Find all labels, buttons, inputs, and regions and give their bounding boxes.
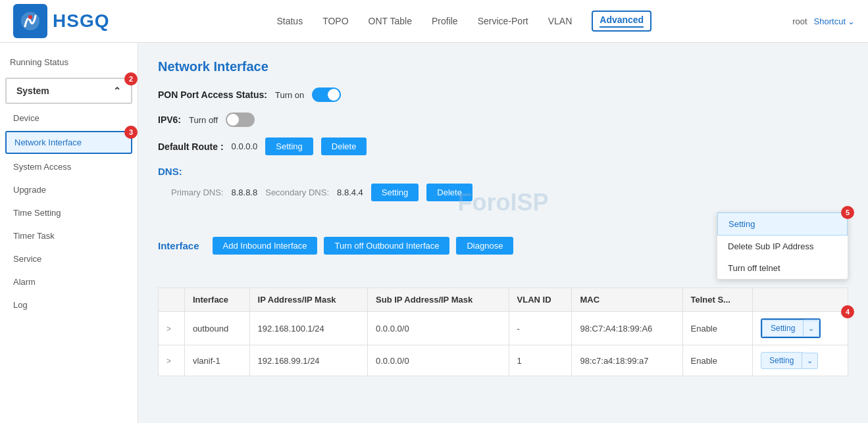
sidebar-item-alarm[interactable]: Alarm (0, 270, 138, 293)
logo-text: HSGQ (53, 11, 109, 32)
header: HSGQ Status TOPO ONT Table Profile Servi… (0, 0, 868, 43)
sidebar-item-upgrade[interactable]: Upgrade (0, 178, 138, 201)
cell-ip-1: 192.168.99.1/24 (249, 345, 367, 376)
interface-title: Interface (158, 240, 199, 251)
page-title: Network Interface (158, 59, 848, 74)
setting-row-badge: 4 (841, 305, 854, 318)
pon-port-value: Turn on (275, 90, 304, 100)
layout: Running Status System ⌃ 2 Device Network… (0, 43, 868, 423)
nav-ont-table[interactable]: ONT Table (369, 12, 412, 30)
cell-telnet-1: Enable (682, 345, 752, 376)
setting-dropdown-0: Setting ⌄ (761, 318, 821, 338)
interface-table: Interface IP Address/IP Mask Sub IP Addr… (158, 287, 848, 376)
sidebar-group-system-label: System (16, 86, 49, 96)
table-row: > outbound 192.168.100.1/24 0.0.0.0/0 - … (159, 312, 848, 345)
chevron-down-icon: ⌄ (848, 16, 855, 26)
primary-dns-label: Primary DNS: (171, 187, 223, 197)
logo-area: HSGQ (13, 4, 109, 38)
cell-telnet-0: Enable (682, 312, 752, 345)
dns-delete-button[interactable]: Delete (426, 184, 472, 201)
sidebar-item-network-interface[interactable]: Network Interface 3 (5, 131, 132, 154)
dns-label: DNS: (158, 166, 848, 177)
cell-ip-0: 192.168.100.1/24 (249, 312, 367, 345)
dropdown-item-setting[interactable]: Setting 5 (717, 212, 848, 236)
cell-vlan-1: 1 (509, 345, 572, 376)
header-shortcut[interactable]: Shortcut ⌄ (814, 16, 855, 26)
col-sub-ip-mask: Sub IP Address/IP Mask (368, 288, 509, 312)
diagnose-button[interactable]: Diagnose (456, 237, 513, 255)
setting-dropdown-1: Setting ⌄ (761, 352, 818, 369)
dropdown-item-delete-sub-ip[interactable]: Delete Sub IP Address (717, 236, 848, 257)
sidebar-item-time-setting[interactable]: Time Setting (0, 201, 138, 224)
col-expand (159, 288, 185, 312)
nav-service-port[interactable]: Service-Port (478, 12, 528, 30)
dropdown-badge: 5 (841, 206, 854, 219)
default-route-label: Default Route : (158, 141, 224, 152)
cell-action-0: Setting ⌄ 4 (752, 312, 848, 345)
pon-toggle[interactable] (312, 87, 341, 102)
sidebar-item-log[interactable]: Log (0, 293, 138, 316)
main-content: ForoISP Network Interface PON Port Acces… (138, 43, 868, 423)
secondary-dns-label: Secondary DNS: (265, 187, 329, 197)
secondary-dns-value: 8.8.4.4 (337, 187, 363, 197)
turn-off-outbound-button[interactable]: Turn off Outbound Interface (324, 237, 449, 255)
default-route-delete-button[interactable]: Delete (321, 137, 367, 155)
primary-dns-value: 8.8.8.8 (231, 187, 257, 197)
cell-interface-1: vlanif-1 (184, 345, 249, 376)
nav-advanced[interactable]: Advanced (592, 11, 651, 32)
default-route-value: 0.0.0.0 (232, 141, 258, 151)
setting-arrow-0[interactable]: ⌄ (804, 320, 819, 337)
dns-setting-button[interactable]: Setting (371, 184, 419, 201)
cell-sub-ip-1: 0.0.0.0/0 (368, 345, 509, 376)
ipv6-toggle[interactable] (226, 112, 255, 127)
sidebar-network-badge: 3 (124, 126, 138, 139)
ipv6-value: Turn off (189, 115, 218, 125)
col-telnet: Telnet S... (682, 288, 752, 312)
nav-profile[interactable]: Profile (432, 12, 458, 30)
svg-point-1 (28, 15, 32, 19)
col-action (752, 288, 848, 312)
sidebar-item-service[interactable]: Service (0, 247, 138, 270)
setting-button-1[interactable]: Setting (761, 352, 802, 369)
col-ip-mask: IP Address/IP Mask (249, 288, 367, 312)
dns-row: Primary DNS: 8.8.8.8 Secondary DNS: 8.8.… (158, 184, 848, 201)
setting-dropdown-menu: Setting 5 Delete Sub IP Address Turn off… (717, 212, 848, 280)
nav-status[interactable]: Status (276, 12, 303, 30)
dns-section: DNS: Primary DNS: 8.8.8.8 Secondary DNS:… (158, 166, 848, 201)
sidebar: Running Status System ⌃ 2 Device Network… (0, 43, 138, 423)
main-nav: Status TOPO ONT Table Profile Service-Po… (136, 11, 792, 32)
cell-action-1: Setting ⌄ (752, 345, 848, 376)
setting-button-0[interactable]: Setting (762, 320, 804, 337)
nav-vlan[interactable]: VLAN (548, 12, 573, 30)
dropdown-item-turn-off-telnet[interactable]: Turn off telnet (717, 257, 848, 279)
header-right: root Shortcut ⌄ (792, 16, 855, 26)
cell-mac-1: 98:c7:a4:18:99:a7 (572, 345, 682, 376)
pon-port-label: PON Port Access Status: (158, 89, 267, 100)
expand-btn-0[interactable]: > (166, 324, 171, 334)
default-route-setting-button[interactable]: Setting (265, 137, 313, 155)
nav-topo[interactable]: TOPO (322, 12, 348, 30)
sidebar-item-device[interactable]: Device (0, 107, 138, 130)
sidebar-group-system[interactable]: System ⌃ 2 (5, 78, 132, 104)
cell-sub-ip-0: 0.0.0.0/0 (368, 312, 509, 345)
add-inbound-button[interactable]: Add Inbound Interface (213, 237, 318, 255)
ipv6-label: IPV6: (158, 114, 181, 125)
pon-port-row: PON Port Access Status: Turn on (158, 87, 848, 102)
col-vlan-id: VLAN ID (509, 288, 572, 312)
logo-icon (13, 4, 47, 38)
expand-btn-1[interactable]: > (166, 357, 171, 366)
col-interface: Interface (184, 288, 249, 312)
ipv6-row: IPV6: Turn off (158, 112, 848, 127)
sidebar-item-timer-task[interactable]: Timer Task (0, 224, 138, 247)
setting-arrow-1[interactable]: ⌄ (802, 353, 818, 369)
sidebar-item-running-status[interactable]: Running Status (0, 49, 138, 75)
setting-dropdown-container: Setting 5 Delete Sub IP Address Turn off… (717, 212, 848, 280)
shortcut-label: Shortcut (814, 16, 846, 26)
interface-section-header: Interface Add Inbound Interface Turn off… (158, 212, 848, 280)
default-route-row: Default Route : 0.0.0.0 Setting Delete (158, 137, 848, 155)
sidebar-item-system-access[interactable]: System Access (0, 155, 138, 178)
header-user: root (792, 16, 807, 26)
sidebar-system-badge: 2 (124, 72, 138, 86)
cell-mac-0: 98:C7:A4:18:99:A6 (572, 312, 682, 345)
chevron-up-icon: ⌃ (113, 86, 121, 96)
